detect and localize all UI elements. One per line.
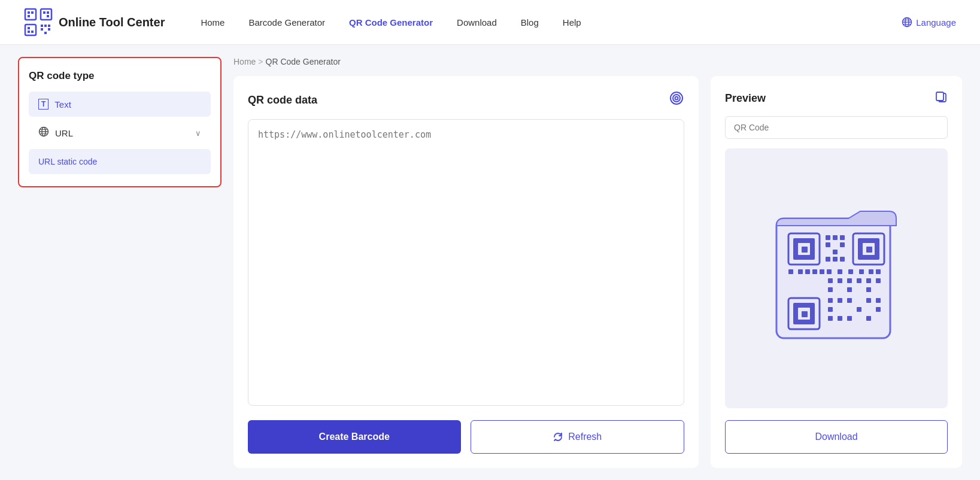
svg-rect-69 (857, 278, 861, 283)
svg-rect-85 (847, 316, 852, 321)
svg-rect-56 (798, 269, 803, 274)
svg-rect-60 (827, 269, 832, 274)
svg-rect-32 (936, 92, 943, 101)
language-selector[interactable]: Language (902, 17, 956, 28)
svg-rect-9 (28, 27, 30, 29)
svg-point-30 (675, 97, 678, 100)
sidebar: QR code type T Text URL ∨ URL static cod… (18, 57, 222, 187)
breadcrumb-home[interactable]: Home (233, 57, 256, 66)
nav-blog[interactable]: Blog (521, 17, 539, 28)
sidebar-item-text-label: Text (54, 99, 71, 110)
copy-button[interactable] (935, 90, 948, 107)
svg-rect-15 (41, 28, 43, 31)
sidebar-item-url-static[interactable]: URL static code (29, 149, 211, 174)
qr-code-name-input[interactable] (725, 116, 948, 139)
svg-rect-75 (828, 298, 833, 303)
preview-header: Preview (725, 90, 948, 107)
svg-rect-41 (866, 247, 872, 253)
svg-rect-77 (847, 298, 852, 303)
refresh-label: Refresh (568, 432, 602, 442)
nav-barcode[interactable]: Barcode Generator (248, 17, 325, 28)
svg-rect-3 (28, 15, 30, 17)
svg-rect-14 (48, 25, 50, 27)
svg-rect-51 (833, 250, 838, 254)
refresh-button[interactable]: Refresh (471, 420, 685, 454)
svg-rect-86 (866, 316, 871, 321)
svg-rect-17 (44, 32, 47, 34)
svg-rect-70 (866, 278, 871, 283)
chevron-down-icon: ∨ (195, 129, 201, 138)
svg-rect-45 (802, 311, 808, 317)
svg-rect-50 (840, 242, 845, 247)
svg-rect-46 (826, 235, 830, 240)
svg-rect-52 (826, 257, 830, 262)
svg-rect-71 (876, 278, 881, 283)
sidebar-item-url-static-label: URL static code (38, 157, 97, 166)
svg-rect-84 (838, 316, 842, 321)
sidebar-title: QR code type (29, 70, 211, 82)
sidebar-item-url-label: URL (55, 128, 73, 138)
qr-data-textarea[interactable] (248, 119, 684, 406)
svg-rect-76 (838, 298, 842, 303)
svg-rect-64 (869, 269, 873, 274)
url-globe-icon (38, 126, 49, 139)
main-container: QR code type T Text URL ∨ URL static cod… (0, 45, 980, 480)
svg-rect-72 (828, 287, 833, 292)
svg-rect-16 (48, 28, 50, 31)
breadcrumb: Home > QR Code Generator (233, 57, 962, 66)
nav-home[interactable]: Home (201, 17, 224, 28)
qr-code-illustration (770, 206, 902, 350)
main-nav: Home Barcode Generator QR Code Generator… (201, 17, 956, 28)
svg-rect-79 (876, 298, 881, 303)
svg-rect-5 (43, 11, 45, 14)
svg-rect-47 (833, 235, 838, 240)
svg-rect-67 (838, 278, 842, 283)
svg-rect-62 (848, 269, 853, 274)
target-icon (669, 90, 684, 106)
svg-rect-63 (859, 269, 864, 274)
sidebar-item-text[interactable]: T Text (29, 92, 211, 117)
create-barcode-button[interactable]: Create Barcode (248, 420, 461, 454)
nav-help[interactable]: Help (563, 17, 581, 28)
refresh-icon (553, 432, 563, 442)
svg-rect-59 (820, 269, 824, 274)
svg-rect-0 (25, 9, 36, 20)
globe-icon (902, 17, 912, 28)
nav-download[interactable]: Download (457, 17, 497, 28)
logo-text: Online Tool Center (59, 16, 165, 29)
download-button[interactable]: Download (725, 420, 948, 454)
logo[interactable]: Online Tool Center (24, 8, 165, 37)
svg-rect-6 (47, 11, 49, 14)
nav-qr[interactable]: QR Code Generator (349, 17, 433, 28)
svg-rect-54 (840, 257, 845, 262)
svg-rect-4 (41, 9, 51, 20)
logo-icon (24, 8, 53, 37)
panels: QR code data Create Barcode (233, 76, 962, 468)
action-buttons: Create Barcode Refresh (248, 420, 684, 454)
settings-icon-button[interactable] (669, 90, 684, 110)
svg-point-29 (673, 95, 680, 102)
svg-rect-53 (833, 257, 838, 262)
svg-rect-12 (41, 25, 43, 27)
breadcrumb-current: QR Code Generator (266, 57, 341, 66)
content-area: Home > QR Code Generator QR code data (233, 57, 962, 468)
svg-rect-80 (828, 307, 833, 312)
qr-panel-title: QR code data (248, 94, 317, 107)
svg-rect-13 (44, 25, 47, 27)
site-header: Online Tool Center Home Barcode Generato… (0, 0, 980, 45)
svg-rect-57 (805, 269, 810, 274)
svg-rect-49 (826, 242, 830, 247)
svg-rect-81 (857, 307, 861, 312)
svg-rect-73 (847, 287, 852, 292)
preview-panel: Preview (711, 76, 962, 468)
qr-data-panel: QR code data Create Barcode (233, 76, 699, 468)
qr-panel-header: QR code data (248, 90, 684, 110)
svg-rect-11 (31, 31, 34, 33)
svg-rect-37 (802, 247, 808, 253)
text-icon: T (38, 99, 48, 110)
svg-rect-83 (828, 316, 833, 321)
svg-rect-61 (838, 269, 842, 274)
sidebar-item-url[interactable]: URL ∨ (29, 119, 211, 147)
svg-rect-55 (788, 269, 793, 274)
svg-rect-7 (47, 15, 49, 17)
